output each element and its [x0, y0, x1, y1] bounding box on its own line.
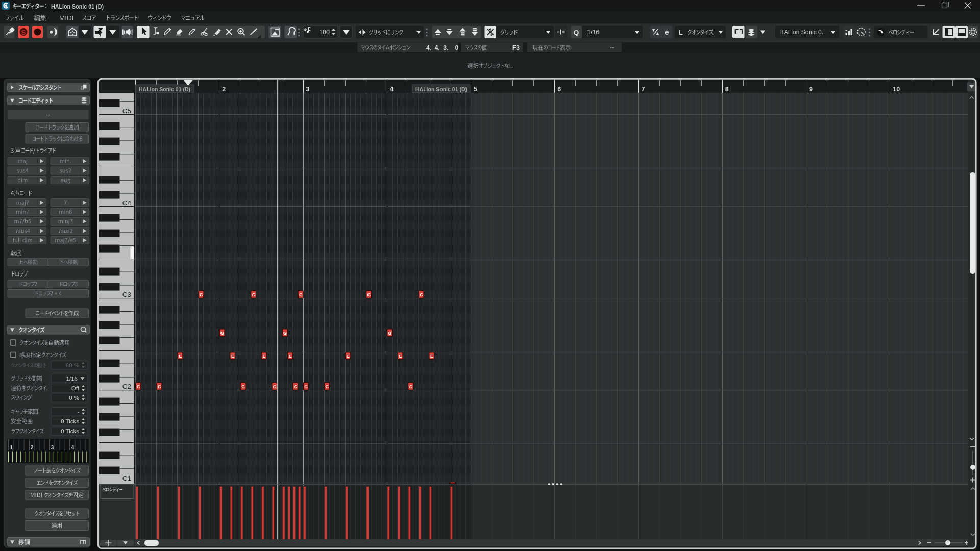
svg-text:2: 2 — [31, 444, 34, 450]
svg-text:F3: F3 — [512, 44, 520, 52]
svg-text:G: G — [388, 331, 391, 336]
svg-text:0 Ticks: 0 Ticks — [61, 418, 79, 424]
svg-text:7: 7 — [642, 86, 645, 93]
svg-text:6: 6 — [557, 86, 561, 93]
svg-text:--: -- — [610, 44, 614, 52]
svg-text:e: e — [665, 28, 669, 36]
svg-text:C: C — [137, 384, 140, 389]
svg-text:9: 9 — [809, 86, 813, 93]
svg-text:MIDI: MIDI — [59, 14, 74, 22]
svg-text:4: 4 — [71, 444, 75, 450]
svg-text:--: -- — [46, 111, 50, 118]
svg-text:HALion Sonic 01 (D): HALion Sonic 01 (D) — [415, 86, 467, 92]
svg-text:G: G — [220, 331, 224, 336]
svg-text:S: S — [21, 29, 26, 36]
svg-text:-: - — [77, 409, 79, 415]
svg-text:Off: Off — [71, 385, 80, 391]
svg-text:3: 3 — [306, 86, 310, 93]
svg-text:C3: C3 — [122, 291, 131, 298]
svg-text:C1: C1 — [122, 474, 131, 482]
svg-text:5: 5 — [474, 86, 477, 93]
svg-text:HALion Sonic 01 (D): HALion Sonic 01 (D) — [51, 3, 104, 10]
svg-text:G: G — [283, 331, 287, 336]
svg-text:1/16: 1/16 — [66, 375, 78, 382]
svg-text:0 %: 0 % — [69, 395, 79, 401]
svg-text:C: C — [294, 384, 298, 389]
svg-text:HALion Sonic 01 (D): HALion Sonic 01 (D) — [139, 86, 190, 92]
svg-text:4. 4. 3. 0: 4. 4. 3. 0 — [426, 44, 459, 52]
svg-text:C: C — [158, 384, 161, 389]
svg-text:8: 8 — [725, 86, 729, 93]
svg-text:E: E — [347, 354, 350, 359]
svg-text:C: C — [409, 384, 413, 389]
svg-text:E: E — [262, 354, 265, 359]
svg-text:0 Ticks: 0 Ticks — [61, 428, 79, 434]
svg-text:10: 10 — [893, 86, 900, 93]
svg-text:HALion Sonic 0.: HALion Sonic 0. — [779, 29, 823, 36]
svg-text:3: 3 — [51, 444, 54, 450]
svg-text:60 %: 60 % — [66, 362, 79, 368]
svg-text:C5: C5 — [122, 107, 131, 115]
svg-text:C: C — [420, 292, 423, 297]
svg-text:C: C — [241, 384, 245, 389]
svg-text:Q: Q — [574, 29, 579, 36]
svg-text:C: C — [252, 292, 256, 297]
svg-text:E: E — [289, 354, 292, 359]
svg-text:E: E — [179, 354, 182, 359]
svg-text:2: 2 — [222, 86, 226, 93]
svg-text:4: 4 — [390, 86, 394, 93]
svg-text:C2: C2 — [122, 383, 131, 390]
svg-text:E: E — [430, 354, 433, 359]
svg-text:E: E — [231, 354, 234, 359]
svg-text:E: E — [399, 354, 402, 359]
svg-text:1/16: 1/16 — [587, 29, 599, 36]
svg-text:C: C — [299, 292, 303, 297]
svg-text:C4: C4 — [122, 199, 132, 207]
svg-text:C: C — [200, 292, 203, 297]
svg-text:C: C — [325, 384, 329, 389]
svg-text:100: 100 — [319, 29, 330, 36]
svg-text:1: 1 — [10, 444, 13, 450]
svg-text:C: C — [304, 384, 308, 389]
svg-text:C: C — [368, 292, 371, 297]
svg-text:C: C — [273, 384, 277, 389]
svg-text:L: L — [679, 29, 683, 36]
